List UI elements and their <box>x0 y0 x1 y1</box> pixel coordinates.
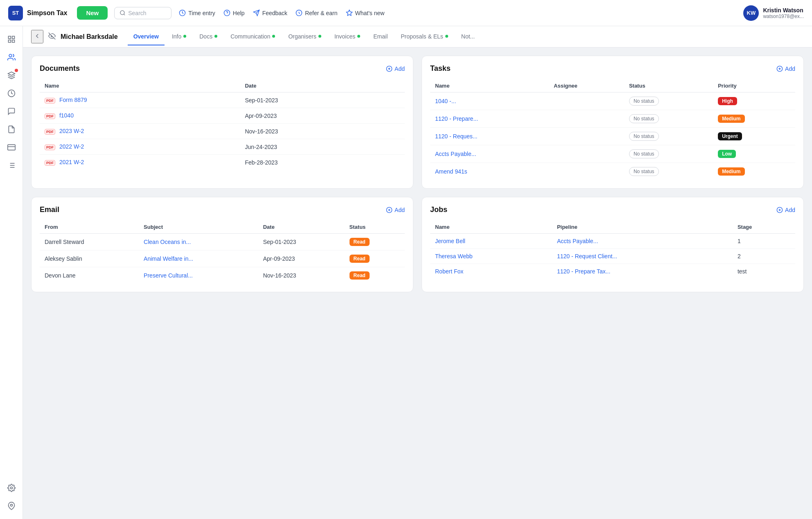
tab-docs[interactable]: Docs <box>194 28 223 45</box>
email-title: Email <box>40 205 59 214</box>
info-dot <box>183 35 186 38</box>
tab-info[interactable]: Info <box>166 28 192 45</box>
feedback-nav[interactable]: Feedback <box>249 7 291 19</box>
table-row: PDF Form 8879 Sep-01-2023 <box>40 93 405 108</box>
tab-proposals[interactable]: Proposals & ELs <box>395 28 454 45</box>
svg-rect-6 <box>12 40 14 43</box>
status-badge: No status <box>629 97 659 106</box>
task-assignee-cell <box>549 93 624 110</box>
jobs-add-button[interactable]: Add <box>776 207 795 213</box>
email-add-button[interactable]: Add <box>386 207 405 213</box>
job-name-link[interactable]: Theresa Webb <box>435 253 473 260</box>
job-name-cell: Robert Fox <box>430 264 552 279</box>
email-status-cell: Read <box>345 250 405 267</box>
sidebar-item-dashboard[interactable] <box>3 31 20 47</box>
feedback-label: Feedback <box>262 10 287 16</box>
job-pipeline-link[interactable]: 1120 - Prepare Tax... <box>557 268 610 275</box>
back-arrow-icon <box>34 32 41 40</box>
tab-email[interactable]: Email <box>368 28 393 45</box>
sidebar-item-time[interactable] <box>3 85 20 102</box>
task-name-link[interactable]: 1040 -... <box>435 98 456 104</box>
email-subject-link[interactable]: Clean Oceans in... <box>144 239 191 245</box>
tasks-title: Tasks <box>430 64 451 73</box>
new-button[interactable]: New <box>77 6 108 20</box>
search-placeholder: Search <box>128 10 146 16</box>
email-subject-link[interactable]: Preserve Cultural... <box>144 272 193 279</box>
sidebar-item-billing[interactable] <box>3 139 20 156</box>
sidebar-item-settings[interactable] <box>3 480 20 496</box>
sidebar-item-messages[interactable] <box>3 103 20 120</box>
email-col-subject: Subject <box>139 221 258 234</box>
search-icon <box>120 10 126 16</box>
sidebar-item-projects[interactable] <box>3 67 20 83</box>
job-name-link[interactable]: Robert Fox <box>435 268 463 275</box>
settings-icon <box>7 484 16 492</box>
doc-name-link[interactable]: Form 8879 <box>59 97 87 103</box>
priority-badge: Urgent <box>718 132 742 140</box>
users-icon <box>7 53 16 61</box>
email-col-status: Status <box>345 221 405 234</box>
svg-point-0 <box>120 11 124 15</box>
app-name: Simpson Tax <box>27 9 67 17</box>
doc-name-link[interactable]: 2022 W-2 <box>59 143 84 150</box>
task-name-link[interactable]: 1120 - Reques... <box>435 133 478 140</box>
tab-not[interactable]: Not... <box>456 28 480 45</box>
tasks-col-assignee: Assignee <box>549 79 624 93</box>
jobs-card: Jobs Add Name Pipeline Stage Jerome Bell <box>422 197 804 292</box>
tab-invoices[interactable]: Invoices <box>329 28 366 45</box>
jobs-title: Jobs <box>430 205 447 214</box>
status-badge: No status <box>629 167 659 176</box>
documents-card: Documents Add Name Date PDF Form 8879 <box>31 56 413 189</box>
sidebar-item-tasks[interactable] <box>3 157 20 174</box>
time-entry-nav[interactable]: Time entry <box>175 7 219 19</box>
clock-icon <box>7 89 16 97</box>
refer-earn-nav[interactable]: Refer & earn <box>291 7 341 19</box>
email-subject-link[interactable]: Animal Welfare in... <box>144 255 193 262</box>
tasks-add-button[interactable]: Add <box>776 65 795 72</box>
help-icon <box>223 9 230 16</box>
jobs-col-pipeline: Pipeline <box>552 221 733 234</box>
sidebar-item-pin[interactable] <box>3 498 20 514</box>
documents-add-button[interactable]: Add <box>386 65 405 72</box>
card-icon <box>7 143 16 151</box>
documents-header: Documents Add <box>40 64 405 73</box>
email-date-cell: Sep-01-2023 <box>258 234 345 250</box>
search-box[interactable]: Search <box>114 7 171 19</box>
job-pipeline-link[interactable]: 1120 - Request Client... <box>557 253 617 260</box>
projects-badge <box>15 69 18 72</box>
back-button[interactable] <box>31 30 43 43</box>
svg-point-8 <box>9 54 12 57</box>
status-badge: No status <box>629 114 659 123</box>
sidebar-item-clients[interactable] <box>3 49 20 65</box>
add-circle-icon <box>386 207 392 213</box>
sidebar <box>0 26 23 519</box>
help-nav[interactable]: Help <box>219 7 249 19</box>
sidebar-item-documents[interactable] <box>3 121 20 138</box>
job-name-cell: Theresa Webb <box>430 249 552 264</box>
table-row: Theresa Webb 1120 - Request Client... 2 <box>430 249 795 264</box>
main-content: Michael Barksdale Overview Info Docs Com… <box>23 26 812 519</box>
whats-new-nav[interactable]: What's new <box>342 7 389 19</box>
task-name-link[interactable]: Accts Payable... <box>435 151 476 157</box>
doc-date-cell: Feb-28-2023 <box>240 155 405 170</box>
doc-name-link[interactable]: 2021 W-2 <box>59 159 84 165</box>
doc-name-link[interactable]: 2023 W-2 <box>59 128 84 134</box>
task-name-cell: Amend 941s <box>430 163 549 181</box>
tab-overview[interactable]: Overview <box>128 28 165 45</box>
job-pipeline-link[interactable]: Accts Payable... <box>557 238 598 244</box>
email-date-cell: Apr-09-2023 <box>258 250 345 267</box>
feedback-icon <box>253 9 260 16</box>
job-stage-cell: test <box>733 264 795 279</box>
email-subject-cell: Preserve Cultural... <box>139 267 258 284</box>
job-name-link[interactable]: Jerome Bell <box>435 238 465 244</box>
table-row: Aleksey Sablin Animal Welfare in... Apr-… <box>40 250 405 267</box>
task-name-link[interactable]: Amend 941s <box>435 168 467 175</box>
tab-communication[interactable]: Communication <box>225 28 281 45</box>
user-info: Kristin Watson watson1978@ex... <box>763 7 804 19</box>
pdf-icon: PDF <box>45 144 55 150</box>
doc-name-link[interactable]: f1040 <box>59 112 74 119</box>
client-icon <box>48 32 56 41</box>
task-priority-cell: High <box>713 93 795 110</box>
task-name-link[interactable]: 1120 - Prepare... <box>435 115 478 122</box>
tab-organisers[interactable]: Organisers <box>282 28 327 45</box>
